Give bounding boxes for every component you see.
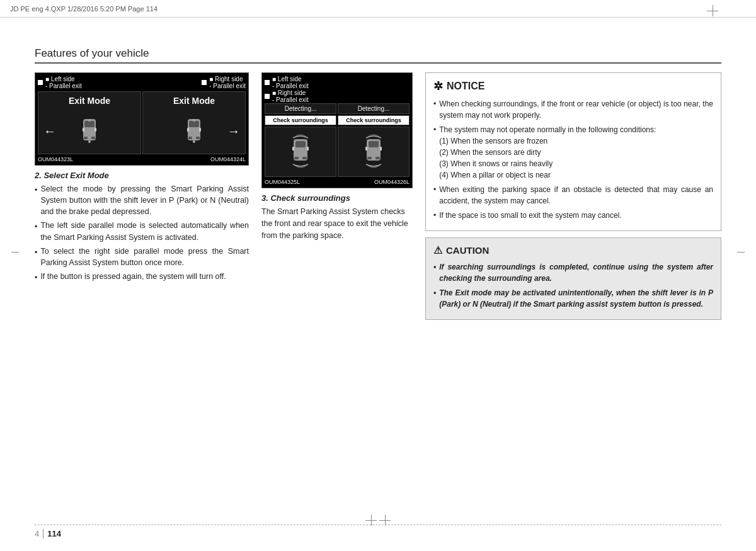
notice-title: ✲ NOTICE: [433, 79, 713, 93]
bullet-text-1: Select the mode by pressing the Smart Pa…: [40, 183, 249, 217]
svg-rect-27: [380, 147, 382, 151]
bullet-dot-1: •: [35, 185, 37, 217]
detecting-cell-right: Detecting...: [338, 103, 410, 114]
footer-num-4: 4: [35, 529, 43, 538]
notice-title-text: NOTICE: [447, 81, 484, 92]
section2-heading: 2. Select Exit Mode: [35, 171, 249, 180]
svg-rect-21: [307, 147, 309, 151]
mid-label-row: ■ Left side - Parallel exit ■ Right side…: [265, 76, 410, 103]
notice-bullet-dot-3: •: [433, 184, 436, 207]
svg-rect-13: [199, 128, 201, 132]
svg-rect-9: [189, 121, 199, 127]
oum3: OUM044325L: [265, 179, 300, 185]
svg-rect-5: [94, 128, 96, 132]
svg-rect-4: [83, 128, 84, 132]
oum4: OUM044326L: [374, 179, 410, 185]
svg-rect-20: [292, 147, 294, 151]
mid-left-label: ■ Left side - Parallel exit: [265, 76, 410, 89]
page-title: Features of your vehicle: [35, 47, 721, 64]
caution-bullet-text-2: The Exit mode may be activated unintenti…: [439, 287, 713, 310]
notice-bullet-text-2: The system may not operate normally in t…: [439, 124, 656, 181]
exit-mode-cell-left: Exit Mode ←: [38, 91, 141, 154]
arrow-right-icon: →: [227, 124, 240, 139]
diagram-check-surroundings: ■ Left side - Parallel exit ■ Right side…: [261, 72, 413, 188]
sensor-car-right: [338, 127, 410, 177]
notice-bullet-text-1: When checking surroundings, if the front…: [439, 98, 713, 121]
footer-num-114: 114: [47, 529, 61, 538]
notice-bullet-4: • If the space is too small to exit the …: [433, 210, 713, 221]
mid-right-text: ■ Right side - Parallel exit: [272, 89, 309, 103]
svg-rect-17: [295, 141, 306, 147]
oum1: OUM044323L: [38, 156, 73, 162]
sensor-car-svg-left: [290, 133, 311, 171]
side-mark-left: [11, 252, 19, 253]
svg-point-14: [193, 140, 195, 143]
notice-bullet-3: • When exiting the parking space if an o…: [433, 184, 713, 207]
caution-bullet-dot-2: •: [433, 287, 436, 310]
detecting-row: Detecting... Detecting...: [265, 103, 410, 114]
caution-triangle-icon: ⚠: [433, 244, 442, 256]
section2-bullets: • Select the mode by pressing the Smart …: [35, 183, 249, 283]
svg-rect-11: [196, 137, 200, 139]
bullet-item-2: • The left side parallel mode is selecte…: [35, 220, 249, 242]
arrow-left-icon: ←: [43, 124, 56, 139]
car-svg-left: [81, 118, 98, 144]
bullet-item-4: • If the button is pressed again, the sy…: [35, 271, 249, 283]
svg-rect-24: [367, 157, 372, 159]
section3-body: The Smart Parking Assist System checks t…: [261, 206, 413, 241]
notice-bullet-dot-1: •: [433, 98, 436, 121]
svg-point-7: [88, 119, 91, 122]
bullet-dot-3: •: [35, 247, 37, 268]
svg-point-6: [88, 140, 91, 143]
svg-rect-10: [188, 137, 192, 139]
right-column: ✲ NOTICE • When checking surroundings, i…: [425, 72, 721, 513]
notice-star-icon: ✲: [433, 79, 443, 93]
left-square-icon: [38, 80, 43, 85]
bullet-text-4: If the button is pressed again, the syst…: [40, 271, 226, 283]
caution-bullet-2: • The Exit mode may be activated uninten…: [433, 287, 713, 310]
sensor-car-row: [265, 127, 410, 177]
mid-left-square: [265, 80, 270, 85]
mid-right-label: ■ Right side - Parallel exit: [265, 89, 410, 103]
exit-mode-label-right: Exit Mode: [173, 96, 215, 106]
left-label-text: ■ Left side - Parallel exit: [45, 76, 82, 89]
svg-rect-19: [302, 157, 307, 159]
exit-mode-cell-right: Exit Mode →: [142, 91, 246, 154]
corner-cross-tr: [707, 5, 718, 16]
header-text: JD PE eng 4.QXP 1/28/2016 5:20 PM Page 1…: [10, 5, 158, 13]
caution-title: ⚠ CAUTION: [433, 244, 713, 256]
check-surr-cell-right: Check surroundings: [338, 115, 410, 125]
svg-rect-23: [369, 141, 379, 147]
mid-column: ■ Left side - Parallel exit ■ Right side…: [261, 72, 413, 513]
notice-bullet-dot-2: •: [433, 124, 436, 181]
diagram-exit-mode: ■ Left side - Parallel exit ■ Right side…: [35, 72, 249, 166]
notice-box: ✲ NOTICE • When checking surroundings, i…: [425, 72, 721, 231]
left-label-item: ■ Left side - Parallel exit: [38, 76, 82, 89]
notice-bullet-dot-4: •: [433, 210, 436, 221]
side-mark-right: [737, 252, 745, 253]
caution-bullets: • If searching surroundings is completed…: [433, 261, 713, 310]
detecting-cell-left: Detecting...: [265, 103, 336, 114]
svg-rect-3: [91, 137, 95, 139]
svg-rect-18: [294, 157, 299, 159]
car-svg-right: [185, 118, 203, 144]
check-surr-row: Check surroundings Check surroundings: [265, 115, 410, 125]
mid-right-square: [265, 94, 270, 99]
bullet-text-3: To select the right side parallel mode p…: [40, 246, 249, 268]
car-arrow-right: →: [146, 112, 243, 150]
bullet-text-2: The left side parallel mode is selected …: [40, 220, 249, 242]
bullet-dot-4: •: [35, 272, 37, 283]
car-arrow-left: ←: [41, 112, 138, 150]
sensor-car-svg-right: [363, 133, 384, 171]
svg-rect-12: [187, 128, 189, 132]
caution-bullet-1: • If searching surroundings is completed…: [433, 261, 713, 284]
page-title-section: Features of your vehicle: [35, 47, 721, 64]
oum-row-2: OUM044325L OUM044326L: [265, 179, 410, 185]
caution-bullet-dot-1: •: [433, 261, 436, 284]
check-surr-cell-left: Check surroundings: [265, 115, 336, 125]
bullet-item-3: • To select the right side parallel mode…: [35, 246, 249, 268]
notice-bullet-text-3: When exiting the parking space if an obs…: [439, 184, 713, 207]
diagram-inner: Exit Mode ←: [38, 91, 246, 154]
left-column: ■ Left side - Parallel exit ■ Right side…: [35, 72, 249, 513]
notice-bullets: • When checking surroundings, if the fro…: [433, 98, 713, 221]
